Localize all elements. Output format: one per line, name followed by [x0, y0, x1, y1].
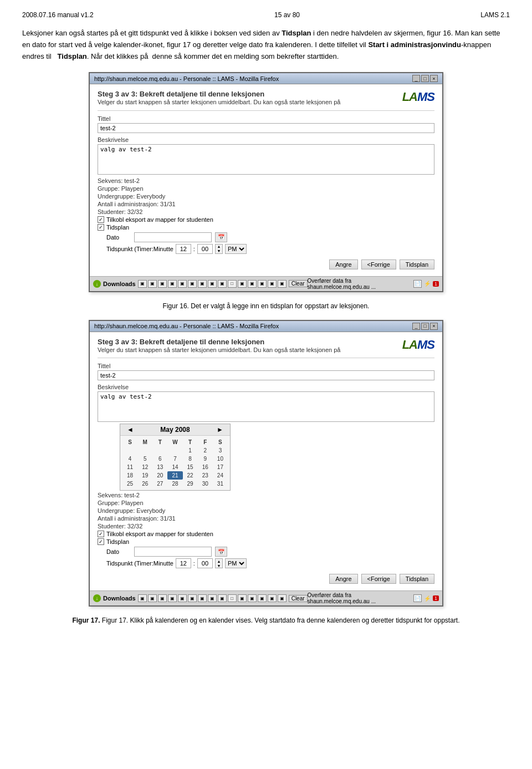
toolbar-icon-2b[interactable]: ▣ [148, 594, 157, 602]
calendar-icon-btn-2[interactable]: 📅 [215, 547, 227, 557]
page-icon-1[interactable]: 📄 [413, 280, 422, 288]
cal-day-19[interactable]: 19 [137, 471, 152, 480]
toolbar-icon-2g[interactable]: ▣ [198, 594, 207, 602]
tidsplan-button-2[interactable]: Tidsplan [400, 574, 434, 584]
spin-down-1[interactable]: ▼ [216, 249, 222, 253]
toolbar-icon-1n[interactable]: ▣ [268, 280, 277, 288]
min-spin-2[interactable]: ▲ ▼ [215, 558, 223, 568]
tidsplan-button-1[interactable]: Tidsplan [400, 259, 434, 269]
cal-day-24[interactable]: 24 [213, 471, 228, 480]
cal-day-2[interactable]: 2 [198, 446, 213, 455]
toolbar-icon-2k[interactable]: ▣ [238, 594, 247, 602]
ampm-select-2[interactable]: PM AM [225, 558, 247, 568]
toolbar-icon-2d[interactable]: ▣ [168, 594, 177, 602]
toolbar-icon-1f[interactable]: ▣ [188, 280, 197, 288]
toolbar-icon-2a[interactable]: ▣ [138, 594, 147, 602]
forrige-button-2[interactable]: <Forrige [361, 574, 396, 584]
cal-day-31[interactable]: 31 [213, 480, 228, 488]
angre-button-1[interactable]: Angre [329, 259, 357, 269]
cal-day-8[interactable]: 8 [183, 455, 198, 463]
cal-day-25[interactable]: 25 [122, 480, 137, 488]
cal-day-13[interactable]: 13 [152, 463, 167, 471]
cal-day-21[interactable]: 21 [167, 471, 182, 480]
toolbar-icon-1c[interactable]: ▣ [158, 280, 167, 288]
toolbar-icon-2i[interactable]: ▣ [218, 594, 227, 602]
cal-day-27[interactable]: 27 [152, 480, 167, 488]
toolbar-icon-1m[interactable]: ▣ [258, 280, 267, 288]
ampm-select-1[interactable]: PM AM [225, 244, 247, 254]
cal-day-12[interactable]: 12 [137, 463, 152, 471]
tidsplan-checkbox-2[interactable]: ✓ [98, 538, 104, 545]
toolbar-icon-2j[interactable]: □ [228, 594, 237, 602]
cal-day-3[interactable]: 3 [213, 446, 228, 455]
cal-day-22[interactable]: 22 [183, 471, 198, 480]
cal-day-11[interactable]: 11 [122, 463, 137, 471]
cal-day-18[interactable]: 18 [122, 471, 137, 480]
angre-button-2[interactable]: Angre [329, 574, 357, 584]
dato-input-1[interactable] [134, 232, 212, 242]
toolbar-icon-1k[interactable]: ▣ [238, 280, 247, 288]
min-spin-1[interactable]: ▲ ▼ [215, 244, 223, 254]
cal-day-4[interactable]: 4 [122, 455, 137, 463]
cal-day-29[interactable]: 29 [183, 480, 198, 488]
toolbar-icon-1d[interactable]: ▣ [168, 280, 177, 288]
min-input-1[interactable] [197, 244, 213, 254]
cal-day-16[interactable]: 16 [198, 463, 213, 471]
toolbar-icon-2m[interactable]: ▣ [258, 594, 267, 602]
toolbar-icon-1b[interactable]: ▣ [148, 280, 157, 288]
tittel-input-2[interactable] [98, 370, 434, 380]
restore-btn-1[interactable]: □ [421, 75, 429, 82]
toolbar-icon-2e[interactable]: ▣ [178, 594, 187, 602]
hour-input-2[interactable] [176, 558, 191, 568]
restore-btn-2[interactable]: □ [421, 323, 429, 330]
cal-day-28[interactable]: 28 [167, 480, 182, 488]
toolbar-icon-2f[interactable]: ▣ [188, 594, 197, 602]
spin-up-1[interactable]: ▲ [216, 245, 222, 249]
toolbar-icon-1a[interactable]: ▣ [138, 280, 147, 288]
toolbar-icon-2c[interactable]: ▣ [158, 594, 167, 602]
cal-day-15[interactable]: 15 [183, 463, 198, 471]
cal-day-10[interactable]: 10 [213, 455, 228, 463]
cal-day-23[interactable]: 23 [198, 471, 213, 480]
forrige-button-1[interactable]: <Forrige [361, 259, 396, 269]
dato-input-2[interactable] [134, 547, 212, 557]
cal-prev-btn[interactable]: ◄ [125, 426, 136, 434]
cal-next-btn[interactable]: ► [214, 426, 226, 434]
page-icon-2[interactable]: 📄 [413, 594, 422, 602]
cal-day-30[interactable]: 30 [198, 480, 213, 488]
close-btn-2[interactable]: × [430, 323, 438, 330]
cal-day-17[interactable]: 17 [213, 463, 228, 471]
cal-day-14[interactable]: 14 [167, 463, 182, 471]
calendar-icon-btn-1[interactable]: 📅 [215, 232, 227, 242]
toolbar-icon-2l[interactable]: ▣ [248, 594, 257, 602]
clear-button-2[interactable]: Clear [289, 595, 308, 602]
toolbar-icon-2h[interactable]: ▣ [208, 594, 217, 602]
cal-day-5[interactable]: 5 [137, 455, 152, 463]
spin-down-2[interactable]: ▼ [216, 563, 222, 568]
hour-input-1[interactable] [176, 244, 191, 254]
cal-day-26[interactable]: 26 [137, 480, 152, 488]
toolbar-icon-1i[interactable]: ▣ [218, 280, 227, 288]
toolbar-icon-1j[interactable]: □ [228, 280, 237, 288]
toolbar-icon-1g[interactable]: ▣ [198, 280, 207, 288]
toolbar-icon-1e[interactable]: ▣ [178, 280, 187, 288]
min-input-2[interactable] [197, 558, 213, 568]
cal-day-1[interactable]: 1 [183, 446, 198, 455]
clear-button-1[interactable]: Clear [289, 280, 308, 287]
minimize-btn-1[interactable]: _ [412, 75, 420, 82]
tidsplan-checkbox-1[interactable]: ✓ [98, 224, 104, 231]
beskrivelse-textarea-1[interactable]: valg av test-2 [98, 144, 434, 175]
close-btn-1[interactable]: × [430, 75, 438, 82]
tittel-input-1[interactable] [98, 123, 434, 133]
cal-day-20[interactable]: 20 [152, 471, 167, 480]
minimize-btn-2[interactable]: _ [412, 323, 420, 330]
toolbar-icon-1l[interactable]: ▣ [248, 280, 257, 288]
toolbar-icon-1o[interactable]: ▣ [278, 280, 287, 288]
tilkobl-checkbox-1[interactable]: ✓ [98, 216, 104, 223]
toolbar-icon-2n[interactable]: ▣ [268, 594, 277, 602]
spin-up-2[interactable]: ▲ [216, 559, 222, 563]
toolbar-icon-2o[interactable]: ▣ [278, 594, 287, 602]
toolbar-icon-1h[interactable]: ▣ [208, 280, 217, 288]
beskrivelse-textarea-2[interactable]: valg av test-2 [98, 391, 434, 422]
tilkobl-checkbox-2[interactable]: ✓ [98, 531, 104, 537]
